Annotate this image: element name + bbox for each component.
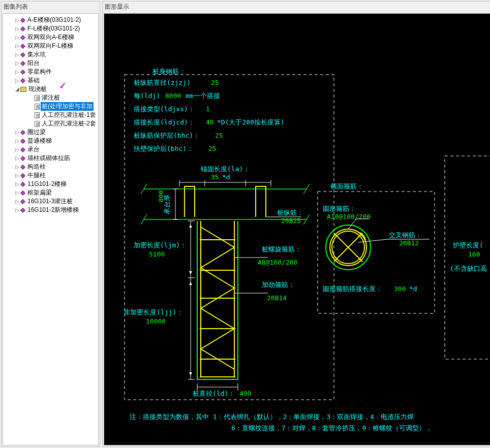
diamond-icon: [20, 18, 25, 23]
lap-len-value: 300: [394, 285, 406, 293]
tree-item-label: 16G101-3灌注桩: [26, 197, 74, 206]
diamond-icon: [20, 165, 25, 170]
diamond-icon: [20, 156, 25, 161]
diagram-panel: 图形显示 桩身钢筋： 桩纵筋直径(zjzj) 25 每(ldj) 8000 mm…: [102, 1, 490, 447]
tree-item-label: 16G101-2新增楼梯: [26, 206, 80, 214]
diamond-icon: [20, 173, 25, 178]
expander-icon[interactable]: ▷: [14, 207, 20, 213]
expander-icon[interactable]: ◢: [14, 86, 20, 92]
diamond-icon: [20, 147, 25, 152]
param-value: 40: [206, 118, 214, 126]
note-line-1: 注：搭接类型为数值，其中 1：代表绑扎（默认），2：单面焊接，3：双面焊接，4：…: [130, 413, 414, 421]
tree-item[interactable]: 灌注桩: [4, 93, 97, 102]
tree-item-label: 人工挖孔灌注桩-1套: [41, 111, 97, 119]
expander-icon[interactable]: ▷: [14, 130, 20, 135]
tree-list[interactable]: ✓ ▷A-E楼梯(03G101-2)▷F-L楼梯(03G101-2)▷双网双向A…: [3, 13, 99, 445]
tree-item-label: 人工挖孔灌注桩-2套: [41, 119, 97, 128]
tree-item[interactable]: ▷圈过梁: [4, 128, 97, 137]
param-label: 每(ldj): [134, 92, 160, 100]
expander-icon[interactable]: ▷: [14, 164, 20, 170]
tree-item-label: 墙柱或砌体拉筋: [26, 154, 71, 163]
expander-icon[interactable]: ▷: [14, 138, 20, 144]
tree-item-label: 牛腿柱: [26, 171, 47, 180]
tree-item[interactable]: ▷牛腿柱: [4, 171, 97, 180]
expander-icon[interactable]: ▷: [14, 60, 20, 66]
expander-icon[interactable]: ▷: [14, 35, 20, 40]
diamond-icon: [20, 208, 25, 213]
tree-item[interactable]: ◢现浇桩: [4, 85, 97, 93]
tree-item[interactable]: 人工挖孔灌注桩-2套: [4, 119, 97, 128]
expander-icon[interactable]: ▷: [14, 181, 20, 187]
tree-item[interactable]: ▷双网双向F-L楼梯: [4, 42, 97, 50]
pile-dia-label: 桩直径(ld)：: [192, 390, 235, 397]
tree-item-label: 集水坑: [26, 50, 47, 59]
expander-icon[interactable]: ▷: [14, 78, 20, 83]
tree-item[interactable]: ▷阳台: [4, 59, 97, 68]
tree-item-label: 双网双向A-E楼梯: [26, 33, 75, 42]
tree-item[interactable]: ▷基础: [4, 76, 97, 85]
tree-item[interactable]: ▷零星构件: [4, 68, 97, 76]
dense-len-value: 5100: [149, 250, 165, 258]
tree-item-label: F-L楼梯(03G101-2): [26, 24, 81, 33]
nondense-len-value: 10000: [146, 317, 166, 325]
tree-item[interactable]: 人工挖孔灌注桩-1套: [4, 111, 97, 119]
expander-icon[interactable]: ▷: [14, 190, 20, 196]
param-label: 搭接类型(ldjxs)：: [134, 105, 195, 113]
ct-h-value: 800: [157, 190, 165, 202]
tree-item-label: 构造柱: [26, 163, 47, 171]
tree-item[interactable]: ▷墙柱或砌体拉筋: [4, 154, 97, 163]
anchor-len-label: 锚固长度(la)：: [200, 165, 250, 173]
hb-note: (不含缺口高: [450, 265, 487, 272]
expander-icon[interactable]: ▷: [14, 147, 20, 152]
expander-icon[interactable]: ▷: [14, 69, 20, 75]
param-label: 桩纵筋保护层(bhc)：: [133, 132, 200, 139]
lap-len-label: 圆形箍筋搭接长度：: [323, 285, 382, 293]
param-label: 扶壁保护层(bhc)：: [133, 145, 193, 152]
param-suffix: mm一个搭接: [186, 92, 220, 100]
param-value: 25: [211, 79, 219, 86]
tree-item[interactable]: ▷承台: [4, 145, 97, 154]
diamond-icon: [20, 190, 25, 196]
expander-icon[interactable]: ▷: [14, 155, 20, 161]
tree-item[interactable]: ▷集水坑: [4, 50, 97, 59]
tree-item-label: 承台: [26, 145, 41, 154]
expander-icon[interactable]: ▷: [14, 17, 20, 23]
tree-item-label: 现浇桩: [27, 85, 48, 93]
doc-icon: [35, 104, 40, 110]
tree-item[interactable]: ▷F-L楼梯(03G101-2): [4, 24, 97, 33]
tree-item[interactable]: ▷普通楼梯: [4, 137, 97, 145]
expander-icon[interactable]: ▷: [14, 52, 20, 57]
tree-item[interactable]: ▷11G101-2楼梯: [4, 180, 97, 188]
tree-item[interactable]: ▷16G101-3灌注桩: [4, 197, 97, 206]
diamond-icon: [20, 130, 25, 135]
diagram-viewport[interactable]: 桩身钢筋： 桩纵筋直径(zjzj) 25 每(ldj) 8000 mm一个搭接 …: [104, 13, 490, 445]
diamond-icon: [20, 26, 25, 31]
expander-icon[interactable]: ▷: [14, 173, 20, 178]
group1-title: 桩身钢筋：: [152, 68, 186, 75]
param-label: 桩纵筋直径(zjzj): [133, 79, 191, 86]
dense-len-label: 加密长度(ljm)：: [134, 241, 187, 249]
tree-item[interactable]: ▷16G101-2新增楼梯: [4, 206, 97, 214]
pile-dia-value: 400: [239, 390, 251, 397]
diamond-icon: [20, 199, 25, 204]
anchor-len-suffix: *d: [222, 173, 230, 181]
tree-item[interactable]: ▷A-E楼梯(03G101-2): [4, 16, 97, 24]
tree-item-label: 灌注桩: [41, 93, 61, 102]
expander-icon[interactable]: ▷: [14, 43, 20, 49]
diamond-icon: [20, 52, 25, 57]
tree-item-label: 桩(处理加密与非加: [41, 102, 94, 111]
note-line-2: 6：直螺纹连接，7：对焊，8：套管冷挤压，9：锥螺纹（可调型），: [231, 424, 432, 432]
lap-len-suffix: *d: [409, 285, 417, 293]
expander-icon[interactable]: ▷: [14, 26, 20, 31]
group3-box: [445, 156, 490, 359]
tree-item[interactable]: ▷框架扁梁: [4, 188, 97, 197]
param-value: 25: [215, 132, 223, 139]
spiral-label: 桩螺旋箍筋：: [261, 245, 301, 253]
expander-icon[interactable]: ▷: [14, 199, 20, 204]
tree-item[interactable]: ▷构造柱: [4, 163, 97, 171]
tree-item[interactable]: ▷双网双向A-E楼梯: [4, 33, 97, 42]
hb-len-value: 160: [468, 250, 480, 258]
diamond-icon: [20, 78, 25, 83]
tree-item[interactable]: 桩(处理加密与非加: [4, 102, 97, 111]
diamond-icon: [20, 44, 25, 49]
